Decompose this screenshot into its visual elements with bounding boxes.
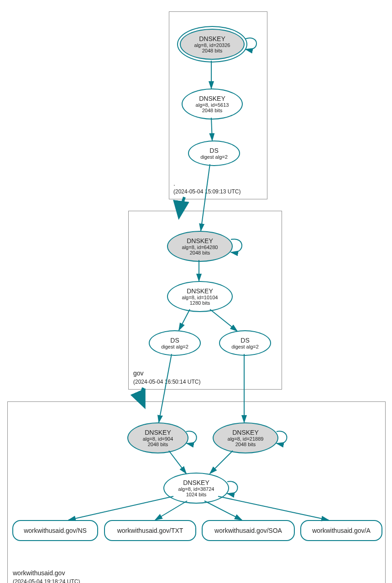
node-title: DS [170, 337, 179, 344]
node-gov-ksk: DNSKEY alg=8, id=64280 2048 bits [167, 231, 233, 262]
node-sub2: 2048 bits [235, 442, 256, 447]
node-title: DNSKEY [232, 429, 259, 436]
node-sub1: alg=8, id=904 [143, 436, 173, 442]
node-title: DNSKEY [199, 35, 225, 42]
node-title: DNSKEY [183, 479, 209, 486]
node-sub1: alg=8, id=5613 [196, 102, 229, 108]
node-sub2: 2048 bits [148, 442, 168, 447]
node-dom-zsk: DNSKEY alg=8, id=38724 1024 bits [163, 473, 229, 504]
node-root-zsk: DNSKEY alg=8, id=5613 2048 bits [182, 88, 243, 120]
zone-gov-time: (2024-05-04 16:50:14 UTC) [133, 379, 200, 385]
zone-domain-label: workwithusaid.gov [13, 569, 65, 577]
node-sub1: digest alg=2 [231, 344, 259, 349]
node-sub1: digest alg=2 [200, 154, 228, 160]
node-title: DNSKEY [187, 287, 213, 295]
node-title: DS [240, 337, 249, 344]
zone-root-label: . [173, 180, 175, 187]
node-sub1: alg=8, id=64280 [182, 245, 218, 250]
node-title: DNSKEY [187, 237, 213, 245]
zone-gov-label: gov [133, 370, 144, 377]
record-soa: workwithusaid.gov/SOA [202, 520, 295, 541]
node-sub1: alg=8, id=21889 [228, 436, 264, 442]
node-sub1: alg=8, id=10104 [182, 295, 218, 300]
node-sub2: 1280 bits [190, 300, 210, 306]
node-title: DNSKEY [145, 429, 171, 436]
node-sub1: digest alg=2 [161, 344, 188, 349]
node-gov-ds2: DS digest alg=2 [219, 330, 271, 356]
node-sub2: 2048 bits [190, 250, 210, 255]
node-sub2: 1024 bits [186, 492, 207, 497]
node-sub1: alg=8, id=20326 [194, 42, 230, 48]
node-root-ksk: DNSKEY alg=8, id=20326 2048 bits [180, 29, 245, 60]
node-root-ds: DS digest alg=2 [188, 141, 240, 166]
record-txt: workwithusaid.gov/TXT [104, 520, 196, 541]
zone-root-time: (2024-05-04 15:09:13 UTC) [173, 188, 240, 195]
node-dom-ksk2: DNSKEY alg=8, id=21889 2048 bits [213, 422, 278, 453]
zone-domain-time: (2024-05-04 19:18:24 UTC) [13, 578, 80, 583]
node-title: DS [209, 147, 218, 154]
node-title: DNSKEY [199, 95, 225, 102]
node-dom-ksk1: DNSKEY alg=8, id=904 2048 bits [127, 422, 188, 453]
node-sub2: 2048 bits [202, 48, 223, 53]
record-a: workwithusaid.gov/A [300, 520, 382, 541]
node-gov-ds1: DS digest alg=2 [149, 330, 201, 356]
record-ns: workwithusaid.gov/NS [12, 520, 98, 541]
node-sub1: alg=8, id=38724 [178, 486, 214, 492]
node-sub2: 2048 bits [202, 108, 223, 113]
node-gov-zsk: DNSKEY alg=8, id=10104 1280 bits [167, 281, 233, 312]
